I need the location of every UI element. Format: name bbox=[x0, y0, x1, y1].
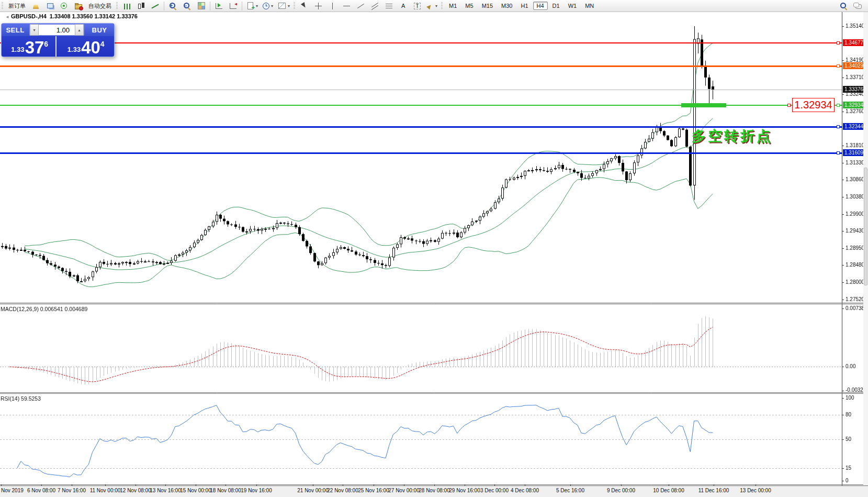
cursor-button[interactable] bbox=[297, 1, 311, 12]
price-tick-label: 1.28000 bbox=[846, 279, 864, 285]
search-button[interactable] bbox=[837, 1, 851, 12]
chat-button[interactable] bbox=[851, 1, 865, 12]
volume-decrease-button[interactable]: ▾ bbox=[30, 24, 39, 36]
periods-button[interactable]: ▾ bbox=[260, 1, 275, 12]
price-chart-canvas[interactable] bbox=[0, 0, 868, 497]
bar-chart-button[interactable] bbox=[120, 1, 134, 12]
time-axis-label: 21 Nov 00:00 bbox=[297, 488, 329, 493]
cursor-icon bbox=[300, 2, 308, 10]
sell-button[interactable]: SELL bbox=[2, 24, 29, 36]
arrows-button[interactable]: ▾ bbox=[424, 1, 439, 12]
time-axis-label: 13 Dec 00:00 bbox=[740, 488, 771, 493]
time-axis-label: 28 Nov 08:00 bbox=[419, 488, 450, 493]
chart-shift-icon bbox=[230, 3, 236, 9]
timeframe-w1-button[interactable]: W1 bbox=[565, 2, 581, 10]
timeframe-m1-button[interactable]: M1 bbox=[445, 2, 460, 10]
line-chart-button[interactable] bbox=[148, 1, 162, 12]
time-axis-label: 27 Nov 00:00 bbox=[388, 488, 420, 493]
price-callout-box[interactable]: 1.32934 bbox=[792, 98, 835, 112]
time-axis-label: 11 Nov 00:00 bbox=[90, 488, 121, 493]
sell-price[interactable]: 1.33 37 6 bbox=[2, 36, 58, 57]
one-click-trading-panel: SELL ▾ ▴ BUY 1.33 37 6 1.33 40 4 bbox=[1, 23, 115, 57]
time-axis-label: 3 Dec 00:00 bbox=[480, 488, 509, 493]
timeframe-m5-button[interactable]: M5 bbox=[461, 2, 477, 10]
tile-windows-button[interactable] bbox=[194, 1, 208, 12]
timeframe-h1-button[interactable]: H1 bbox=[517, 2, 532, 10]
time-axis-label: 6 Nov 08:00 bbox=[27, 488, 55, 493]
strategy-tester-icon bbox=[75, 4, 82, 9]
rsi-tick-label: 0 bbox=[846, 478, 849, 483]
toolbar-grip bbox=[441, 2, 443, 10]
chat-icon bbox=[855, 4, 862, 9]
signals-button[interactable] bbox=[57, 1, 71, 12]
zoom-out-button[interactable]: − bbox=[180, 1, 194, 12]
toolbar-separator bbox=[164, 2, 164, 10]
price-tick-label: 1.27520 bbox=[846, 296, 864, 302]
dropdown-arrow-icon: ▾ bbox=[435, 4, 437, 8]
trendline-button[interactable] bbox=[354, 1, 368, 12]
timeframe-m30-button[interactable]: M30 bbox=[498, 2, 516, 10]
volume-stepper[interactable]: ▾ ▴ bbox=[29, 24, 84, 36]
vertical-line-icon bbox=[329, 2, 336, 10]
open-chart-button[interactable] bbox=[29, 1, 43, 12]
auto-trading-button[interactable]: 自动交易 bbox=[85, 1, 115, 12]
crosshair-button[interactable] bbox=[311, 1, 325, 12]
dropdown-arrow-icon: ▾ bbox=[271, 4, 273, 8]
templates-button[interactable]: ▾ bbox=[275, 1, 292, 12]
rsi-tick-label: 80 bbox=[846, 412, 851, 417]
text-button[interactable]: A bbox=[396, 1, 410, 12]
chart-shift-button[interactable] bbox=[226, 1, 240, 12]
indicators-button[interactable]: +▾ bbox=[244, 1, 260, 12]
open-chart-icon bbox=[33, 5, 39, 9]
volume-increase-button[interactable]: ▴ bbox=[75, 24, 84, 36]
tile-windows-icon bbox=[198, 2, 205, 9]
horizontal-line-icon bbox=[343, 2, 351, 10]
time-axis-label: 29 Nov 16:00 bbox=[449, 488, 480, 493]
price-tick-label: 1.31810 bbox=[846, 142, 864, 148]
buy-price[interactable]: 1.33 40 4 bbox=[58, 36, 115, 57]
text-label-button[interactable]: T bbox=[410, 1, 424, 12]
time-axis-label: 15 Nov 00:00 bbox=[180, 488, 211, 493]
fibonacci-icon bbox=[385, 2, 393, 10]
time-axis-label: 5 Dec 16:00 bbox=[556, 488, 584, 493]
buy-price-sup: 4 bbox=[100, 40, 105, 48]
strategy-tester-button[interactable] bbox=[71, 1, 85, 12]
trade-panel-header: SELL ▾ ▴ BUY bbox=[2, 24, 114, 36]
timeframe-h4-button[interactable]: H4 bbox=[533, 2, 548, 10]
chart-title: ◄GBPUSD-,H41.33408 1.33560 1.33142 1.333… bbox=[5, 13, 138, 19]
bar-chart-icon bbox=[124, 4, 130, 9]
macd-tick-label: 0.00 bbox=[846, 363, 855, 369]
pivot-annotation-text[interactable]: 多空转折点 bbox=[692, 127, 773, 146]
scrollbar-thumb[interactable] bbox=[864, 168, 867, 285]
indicators-icon: + bbox=[247, 2, 253, 9]
new-order-button[interactable]: 新订单 bbox=[5, 1, 29, 12]
auto-scroll-button[interactable] bbox=[212, 1, 226, 12]
toolbar-grip bbox=[116, 2, 118, 10]
volume-input[interactable] bbox=[39, 26, 75, 35]
mt4-window: 新订单自动交易+−+▾▾▾AT▾M1M5M15M30H1H4D1W1MN ◄GB… bbox=[0, 0, 868, 497]
timeframe-m15-button[interactable]: M15 bbox=[478, 2, 497, 10]
dropdown-arrow-icon: ▾ bbox=[256, 4, 258, 8]
candlestick-chart-button[interactable] bbox=[134, 1, 148, 12]
timeframe-mn-button[interactable]: MN bbox=[581, 2, 598, 10]
buy-button[interactable]: BUY bbox=[85, 24, 114, 36]
timeframe-d1-button[interactable]: D1 bbox=[549, 2, 563, 10]
equidistant-channel-button[interactable] bbox=[368, 1, 382, 12]
arrows-icon bbox=[426, 2, 434, 10]
time-axis-label: 10 Dec 08:00 bbox=[653, 488, 684, 493]
price-tick-label: 1.35140 bbox=[846, 23, 864, 29]
auto-scroll-icon bbox=[216, 3, 222, 9]
text-label-button-label: T bbox=[414, 3, 420, 9]
text-button-label: A bbox=[400, 3, 406, 9]
horizontal-line-button[interactable] bbox=[340, 1, 354, 12]
fibonacci-button[interactable] bbox=[382, 1, 396, 12]
rsi-tick-label: 15 bbox=[846, 465, 851, 471]
time-axis-label: 7 Nov 16:00 bbox=[58, 488, 86, 493]
price-tick-label: 1.30380 bbox=[846, 194, 864, 200]
sell-price-small: 1.33 bbox=[11, 46, 24, 53]
search-icon bbox=[840, 2, 848, 10]
vertical-line-button[interactable] bbox=[325, 1, 340, 12]
vertical-scrollbar[interactable] bbox=[863, 12, 868, 485]
profiles-button[interactable] bbox=[43, 1, 57, 12]
zoom-in-button[interactable]: + bbox=[166, 1, 180, 12]
